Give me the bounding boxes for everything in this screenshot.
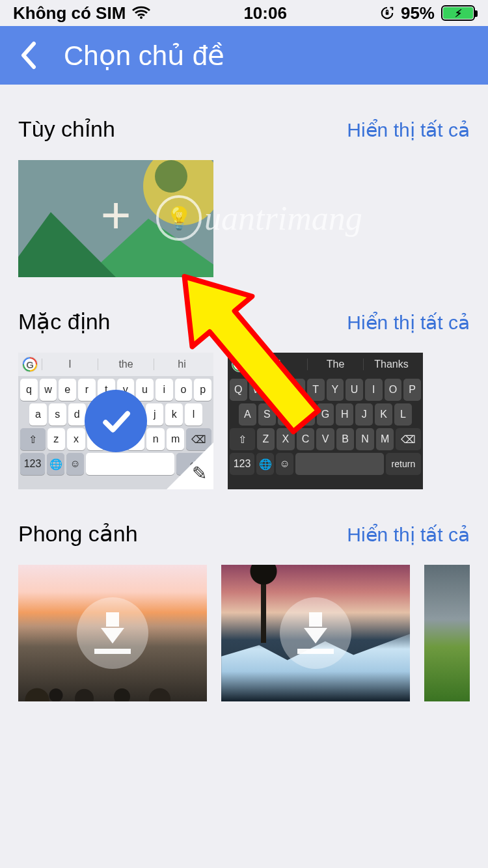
battery-icon: ⚡︎ [441,5,475,21]
kb-row: ASDFGHJKL [230,403,421,426]
add-custom-theme-tile[interactable]: + [18,160,213,277]
theme-landscape-1[interactable] [18,565,207,701]
show-all-custom[interactable]: Hiển thị tất cả [347,118,470,141]
status-time: 10:06 [243,3,287,23]
selected-check-icon [85,390,147,452]
svg-rect-0 [386,12,389,15]
nav-header: Chọn chủ đề [0,26,488,85]
kb-row: QWERTYUIOP [230,379,421,401]
back-button[interactable] [20,41,38,70]
download-icon [280,597,351,669]
carrier-text: Không có SIM [13,3,126,23]
page-title: Chọn chủ đề [64,40,224,72]
plus-icon: + [101,185,131,245]
section-landscape-title: Phong cảnh [18,521,138,547]
kb-row: ⇧ZXCVBNM⌫ [230,428,421,450]
status-bar: Không có SIM 10:06 95% ⚡︎ [0,0,488,26]
section-custom-title: Tùy chỉnh [18,116,115,142]
theme-light[interactable]: I the hi qwertyuiop asdfghjkl ⇧zxcvbnm⌫ … [18,353,213,489]
section-default-title: Mặc định [18,308,111,334]
battery-percent: 95% [401,3,435,23]
google-icon [22,357,38,372]
theme-landscape-3[interactable] [424,565,470,701]
theme-dark[interactable]: I The Thanks QWERTYUIOP ASDFGHJKL ⇧ZXCVB… [228,353,423,489]
download-icon [77,597,148,669]
edit-icon[interactable]: ✎ [192,463,207,484]
google-icon [232,357,247,372]
wifi-icon [132,6,150,20]
show-all-landscape[interactable]: Hiển thị tất cả [347,523,470,546]
rotation-lock-icon [380,6,394,20]
show-all-default[interactable]: Hiển thị tất cả [347,311,470,334]
theme-landscape-2[interactable] [221,565,410,701]
